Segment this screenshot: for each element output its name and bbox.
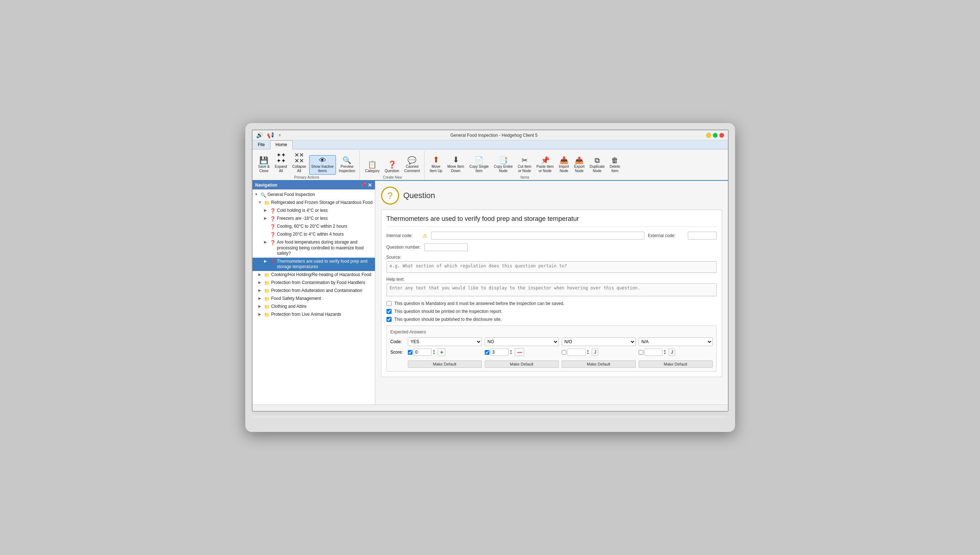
- no-make-default-btn2[interactable]: Make Default: [562, 361, 636, 368]
- import-icon: 📥: [560, 157, 568, 164]
- arrow-icon: ▶: [258, 312, 263, 316]
- tree-label: Clothing and Attire: [271, 304, 307, 310]
- no-select[interactable]: YESNON/ON/A: [485, 337, 559, 346]
- yes-make-default-btn[interactable]: Make Default: [408, 361, 482, 368]
- delete-button[interactable]: 🗑 DeleteItem: [608, 155, 623, 175]
- category-button[interactable]: 📋 Category: [363, 159, 382, 175]
- move-down-button[interactable]: ⬇ Move ItemDown: [445, 154, 466, 175]
- window-title: General Food Inspection - Hedgehog Clien…: [282, 133, 706, 138]
- tree-label: Freezers are -18°C or less: [277, 216, 328, 221]
- tree-label: Protection from Live Animal Hazards: [271, 312, 341, 318]
- pin-icon[interactable]: 📌: [361, 182, 366, 188]
- help-text-textarea[interactable]: [386, 283, 717, 296]
- collapse-all-button[interactable]: ✕✕✕✕ CollapseAll: [290, 151, 309, 175]
- tree-item-refrig[interactable]: ▼ 📁 Refrigerated and Frozen Storage of H…: [253, 199, 375, 207]
- tree-label: Protection from Adulteration and Contami…: [271, 288, 362, 294]
- spinner-down[interactable]: ▼: [663, 352, 666, 355]
- no-score-input2[interactable]: [568, 348, 586, 356]
- arrow-icon: ▶: [258, 296, 263, 300]
- no-make-default-btn[interactable]: Make Default: [485, 361, 559, 368]
- move-down-icon: ⬇: [452, 156, 459, 164]
- yes-score-input[interactable]: [414, 348, 432, 356]
- tree-item-foodtemps[interactable]: ▶ ❓ Are food temperatures during storage…: [253, 239, 375, 258]
- show-inactive-button[interactable]: 👁 Show InactiveItems: [309, 155, 336, 175]
- canned-comment-button[interactable]: 💬 CannedComment: [402, 155, 422, 175]
- tree-item-cooling20[interactable]: ▶ ❓ Cooling 20°C to 4°C within 4 hours: [253, 231, 375, 239]
- ribbon-content: 💾 Save &Close ✦✦✦✦ ExpandAll ✕✕✕✕ Collap…: [253, 149, 728, 180]
- primary-group-label: Primary Actions: [294, 175, 319, 180]
- yes-plus-btn[interactable]: +: [438, 348, 445, 356]
- internal-code-input[interactable]: [431, 232, 644, 240]
- close-btn[interactable]: [719, 133, 724, 138]
- copy-node-icon: 📑: [499, 157, 508, 164]
- arrow-icon: ▼: [258, 200, 263, 204]
- no-select2[interactable]: YESNON/ON/A: [562, 337, 636, 346]
- laptop-chin: [252, 413, 729, 417]
- preview-icon: 🔍: [343, 157, 351, 164]
- question-number-input[interactable]: [425, 243, 468, 251]
- copy-single-button[interactable]: 📄 Copy SingleItem: [467, 155, 491, 175]
- tree-item-clothing[interactable]: ▶ 📁 Clothing and Attire: [253, 303, 375, 311]
- duplicate-button[interactable]: ⧉ DuplicateNode: [587, 155, 607, 175]
- tree-item-thermometers[interactable]: ▶ ❓ Thermometers are used to verify food…: [253, 258, 375, 271]
- na-make-default-btn[interactable]: Make Default: [639, 361, 713, 368]
- tab-file[interactable]: File: [253, 140, 270, 149]
- cut-button[interactable]: ✂ Cut Itemor Node: [515, 155, 534, 175]
- no-spinner: ▲ ▼: [510, 349, 513, 355]
- minimize-btn[interactable]: [706, 133, 711, 138]
- tree-item-root[interactable]: ▼ 🔍 General Food Inspection: [253, 191, 375, 199]
- na-default-col: Make Default: [639, 358, 713, 368]
- print-checkbox[interactable]: [386, 309, 391, 314]
- arrow-icon: ▶: [264, 224, 269, 228]
- tree-item-live-animal[interactable]: ▶ 📁 Protection from Live Animal Hazards: [253, 311, 375, 319]
- question-button[interactable]: ❓ Question: [383, 159, 401, 175]
- yes-score-checkbox[interactable]: [408, 350, 412, 355]
- question-tree-icon: ❓: [270, 259, 276, 265]
- import-button[interactable]: 📥 ImportNode: [557, 155, 571, 175]
- tree-item-protection-adult[interactable]: ▶ 📁 Protection from Adulteration and Con…: [253, 287, 375, 295]
- tree-item-food-safety[interactable]: ▶ 📁 Food Safety Management: [253, 295, 375, 303]
- mandatory-checkbox[interactable]: [386, 301, 391, 306]
- yes-select[interactable]: YESNON/ON/A: [408, 337, 482, 346]
- save-close-button[interactable]: 💾 Save &Close: [256, 155, 272, 175]
- maximize-btn[interactable]: [713, 133, 718, 138]
- items-buttons: ⬆ MoveItem Up ⬇ Move ItemDown 📄 Copy Sin…: [427, 151, 622, 175]
- spinner-down[interactable]: ▼: [587, 352, 589, 355]
- na-score-checkbox[interactable]: [639, 350, 643, 355]
- paste-button[interactable]: 📌 Paste Itemor Node: [534, 155, 556, 175]
- close-panel-btn[interactable]: ✕: [368, 182, 372, 188]
- no-score-checkbox2[interactable]: [562, 350, 566, 355]
- folder-icon: 📁: [264, 288, 270, 294]
- question-icon: ❓: [388, 161, 397, 168]
- no-score-input[interactable]: [491, 348, 509, 356]
- tree-item-cooking[interactable]: ▶ 📁 Cooking/Hot Holding/Re-heating of Ha…: [253, 271, 375, 279]
- answer-col-no: YESNON/ON/A: [485, 337, 559, 346]
- copy-entire-node-button[interactable]: 📑 Copy EntireNode: [492, 155, 515, 175]
- no-j-btn[interactable]: J: [592, 348, 598, 356]
- tree-item-protection-food[interactable]: ▶ 📁 Protection from Contamination by Foo…: [253, 279, 375, 287]
- no-minus-btn[interactable]: —: [515, 348, 524, 356]
- preview-button[interactable]: 🔍 PreviewInspection: [337, 155, 357, 175]
- na-j-btn[interactable]: J: [669, 348, 675, 356]
- na-select[interactable]: YESNON/ON/A: [639, 337, 713, 346]
- publish-checkbox[interactable]: [386, 317, 391, 322]
- export-button[interactable]: 📤 ExportNode: [572, 155, 587, 175]
- no-score-checkbox[interactable]: [485, 350, 489, 355]
- tree-item-freezers[interactable]: ▶ ❓ Freezers are -18°C or less: [253, 215, 375, 223]
- move-up-icon: ⬆: [433, 156, 439, 164]
- external-code-input[interactable]: [688, 232, 717, 240]
- canned-comment-icon: 💬: [407, 157, 417, 164]
- question-text-display: Thermometers are used to verify food pre…: [386, 215, 717, 227]
- expected-answers-title: Expected Answers: [391, 329, 713, 335]
- question-tree-icon: ❓: [270, 216, 276, 221]
- source-textarea[interactable]: [386, 261, 717, 273]
- move-up-button[interactable]: ⬆ MoveItem Up: [427, 154, 444, 175]
- tree-item-cold[interactable]: ▶ ❓ Cold holding is 4°C or less: [253, 207, 375, 215]
- expand-all-button[interactable]: ✦✦✦✦ ExpandAll: [273, 151, 289, 175]
- tab-home[interactable]: Home: [270, 140, 293, 149]
- spinner-down[interactable]: ▼: [510, 352, 513, 355]
- expected-answers-section: Expected Answers Code: YESNON/ON/A: [386, 326, 717, 372]
- spinner-down[interactable]: ▼: [433, 352, 436, 355]
- na-score-input[interactable]: [644, 348, 663, 356]
- tree-item-cooling60[interactable]: ▶ ❓ Cooling, 60°C to 20°C within 2 hours: [253, 223, 375, 231]
